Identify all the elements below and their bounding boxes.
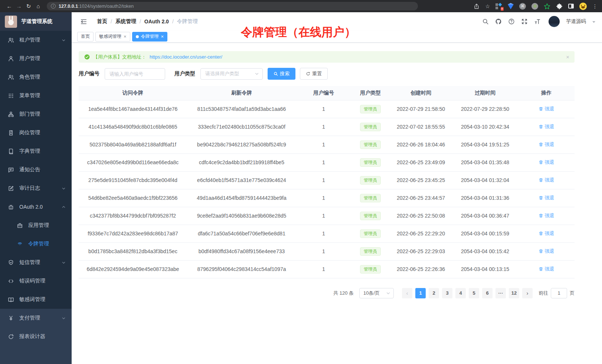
page-button[interactable]: 2 (429, 288, 439, 298)
browser-back-icon[interactable]: ← (4, 3, 14, 9)
force-logout-button[interactable]: 强退 (539, 177, 554, 183)
sidebar-item[interactable]: 字典管理 (0, 142, 72, 161)
sidebar-item[interactable]: 用户管理 (0, 49, 72, 68)
table-header-row: 访问令牌刷新令牌用户编号用户类型创建时间过期时间操作 (79, 86, 575, 100)
breadcrumb: 首页 / 系统管理 / OAuth 2.0 / 令牌管理 (97, 18, 198, 25)
sidebar-item-label: 字典管理 (19, 148, 40, 155)
address-bar[interactable]: i 127.0.0.1:1024/system/oauth2/token (47, 2, 418, 10)
sidebar-item[interactable]: 令牌管理 (0, 235, 72, 253)
sidebar-item[interactable]: 通知公告 (0, 161, 72, 179)
tab-label: 首页 (81, 33, 90, 40)
bookmark-star-icon[interactable]: ☆ (485, 3, 490, 9)
side-panel-icon[interactable] (568, 4, 574, 9)
browser-home-icon[interactable]: ⌂ (33, 3, 43, 9)
trash-icon (539, 195, 543, 200)
alert-close-icon[interactable]: × (566, 54, 569, 60)
sidebar-item[interactable]: OAuth 2.0 (0, 198, 72, 216)
sidebar-item[interactable]: 审计日志 (0, 179, 72, 198)
expire-time-cell: 2054-03-04 00:36:47 (452, 207, 518, 225)
site-info-icon[interactable]: i (51, 4, 56, 9)
force-logout-button[interactable]: 强退 (539, 266, 554, 272)
force-logout-button[interactable]: 强退 (539, 141, 554, 148)
browser-forward-icon[interactable]: → (14, 3, 24, 9)
username[interactable]: 芋道源码 (566, 18, 586, 25)
page-button[interactable]: 4 (455, 288, 466, 298)
breadcrumb-item[interactable]: OAuth 2.0 / (144, 19, 177, 24)
close-icon[interactable]: × (161, 34, 164, 39)
page-button[interactable]: 3 (442, 288, 452, 298)
page-button[interactable]: 1 (415, 288, 426, 298)
sidebar-fold-icon[interactable] (80, 18, 87, 25)
profile-avatar-icon[interactable] (579, 3, 587, 10)
force-logout-button[interactable]: 强退 (539, 212, 554, 219)
extension-record-icon[interactable] (531, 3, 538, 10)
browser-reload-icon[interactable]: ↻ (24, 3, 33, 10)
extension-command-icon[interactable]: ⌘ (519, 3, 526, 10)
app-logo[interactable]: 芋道管理系统 (0, 12, 72, 31)
dict-icon (8, 148, 14, 155)
sidebar-item[interactable]: 菜单管理 (0, 86, 72, 105)
goto-page-input[interactable] (551, 288, 567, 298)
tab[interactable]: 首页 (77, 32, 94, 42)
breadcrumb-item[interactable]: 首页 / (97, 18, 115, 25)
browser-menu-icon[interactable]: ⋮ (592, 3, 598, 9)
font-size-icon[interactable] (534, 18, 541, 25)
sidebar-item[interactable]: 短信管理 (0, 253, 72, 272)
page-button[interactable]: 5 (469, 288, 479, 298)
sidebar-item-label: 短信管理 (19, 259, 40, 266)
sidebar-item[interactable]: 岗位管理 (0, 123, 72, 142)
sidebar-item[interactable]: 应用管理 (0, 216, 72, 235)
user-icon (8, 56, 14, 62)
refresh-token-cell: 9ce8ef2aa9f14056b831ae9b608e28d5 (187, 207, 296, 225)
force-logout-button[interactable]: 强退 (539, 230, 554, 237)
alert-link[interactable]: https://doc.iocoder.cn/user-center/ (150, 54, 222, 60)
sidebar-item[interactable]: 角色管理 (0, 68, 72, 86)
pagination: 共 120 条 10条/页 ‹ 1 2 3 4 (79, 288, 575, 298)
force-logout-button[interactable]: 强退 (539, 159, 554, 166)
user-id-input[interactable] (105, 68, 165, 80)
force-logout-button[interactable]: 强退 (539, 106, 554, 112)
force-logout-button[interactable]: 强退 (539, 248, 554, 255)
tab[interactable]: 令牌管理 × (132, 32, 168, 42)
next-page-button[interactable]: › (522, 288, 533, 298)
user-id-label: 用户编号 (79, 70, 99, 77)
close-icon[interactable]: × (124, 34, 127, 39)
search-button[interactable]: 搜索 (268, 68, 295, 80)
extension-blocks-icon[interactable]: 9 (495, 3, 502, 10)
extension-star-icon[interactable] (544, 3, 550, 10)
page-button[interactable]: 6 (482, 288, 493, 298)
prev-page-button[interactable]: ‹ (402, 288, 412, 298)
search-icon[interactable] (482, 18, 489, 25)
user-type-badge: 管理员 (360, 194, 381, 202)
fullscreen-icon[interactable] (521, 18, 528, 25)
sidebar-item-label: 错误码管理 (19, 278, 45, 284)
tab[interactable]: 敏感词管理 × (95, 32, 130, 42)
refresh-icon (306, 72, 310, 76)
user-type-badge: 管理员 (360, 140, 381, 149)
extension-gem-icon[interactable] (508, 4, 514, 9)
force-logout-button[interactable]: 强退 (539, 123, 554, 130)
caret-down-icon[interactable] (592, 21, 595, 23)
sidebar-item[interactable]: 敏感词管理 (0, 290, 72, 309)
share-icon[interactable] (474, 3, 480, 9)
reset-button[interactable]: 重置 (300, 68, 328, 80)
page-size-select[interactable]: 10条/页 (359, 288, 394, 298)
force-logout-button[interactable]: 强退 (539, 195, 554, 201)
created-time-cell: 2022-06-25 23:49:09 (390, 153, 452, 171)
user-type-select[interactable]: 请选择用户类型 (200, 68, 263, 80)
page-button[interactable]: 12 (509, 288, 519, 298)
breadcrumb-item[interactable]: 令牌管理 (177, 18, 198, 25)
page-button[interactable]: ··· (495, 288, 506, 298)
help-icon[interactable] (508, 18, 515, 25)
sidebar-item[interactable]: 错误码管理 (0, 272, 72, 290)
sidebar-item[interactable]: 租户管理 (0, 31, 72, 49)
trash-icon (539, 106, 543, 111)
github-icon[interactable] (495, 18, 502, 25)
sidebar-item[interactable]: 支付管理 (0, 309, 72, 327)
extension-puzzle-icon[interactable] (556, 3, 563, 10)
sidebar-item[interactable]: 部门管理 (0, 105, 72, 123)
breadcrumb-separator: / (140, 19, 141, 24)
sidebar-item[interactable]: 报表设计器 (0, 327, 72, 346)
breadcrumb-item[interactable]: 系统管理 / (115, 18, 144, 25)
user-avatar[interactable] (549, 16, 560, 27)
